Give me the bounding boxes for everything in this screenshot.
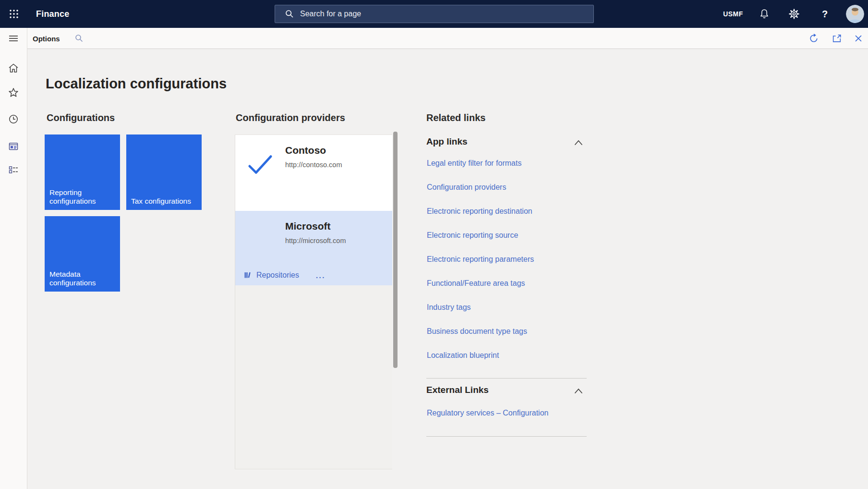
notifications-button[interactable]: [758, 0, 771, 28]
expand-navigation-button[interactable]: [8, 33, 19, 44]
configurations-section-header: Configurations: [47, 112, 115, 123]
provider-name: Contoso: [285, 145, 326, 156]
repositories-link[interactable]: Repositories: [256, 271, 299, 280]
avatar-photo: [846, 5, 864, 23]
refresh-icon: [808, 33, 819, 44]
task-list-icon: [8, 165, 19, 176]
link-er-destination[interactable]: Electronic reporting destination: [427, 207, 532, 219]
tile-label: Reporting configurations: [49, 188, 116, 206]
clock-icon: [8, 113, 19, 125]
options-button[interactable]: Options: [33, 28, 60, 49]
repositories-books-icon: [244, 271, 252, 279]
page-search-input[interactable]: Search for a page: [275, 5, 594, 23]
tile-tax-configurations[interactable]: Tax configurations: [126, 134, 202, 210]
bell-icon: [759, 8, 770, 20]
link-regulatory-services[interactable]: Regulatory services – Configuration: [427, 409, 548, 420]
link-er-source[interactable]: Electronic reporting source: [427, 231, 518, 243]
configuration-providers-list: Contoso http://contoso.com Microsoft htt…: [235, 134, 392, 469]
provider-url: http://microsoft.com: [285, 237, 346, 244]
nav-home-button[interactable]: [8, 62, 19, 74]
left-nav-rail: [0, 28, 27, 489]
close-page-button[interactable]: [853, 33, 864, 44]
provider-card-contoso[interactable]: Contoso http://contoso.com: [235, 135, 392, 211]
search-icon: [285, 9, 294, 19]
checkmark-icon: [248, 154, 273, 175]
user-avatar[interactable]: [846, 0, 864, 28]
waffle-icon: [9, 9, 19, 19]
link-er-parameters[interactable]: Electronic reporting parameters: [427, 255, 534, 267]
star-icon: [8, 87, 19, 98]
toolbar-search-button[interactable]: [74, 34, 84, 43]
tile-reporting-configurations[interactable]: Reporting configurations: [45, 134, 120, 210]
top-app-bar: Finance Search for a page USMF: [0, 0, 868, 28]
more-actions-ellipsis[interactable]: ...: [316, 271, 326, 280]
gear-icon: [788, 8, 800, 20]
page-title: Localization configurations: [46, 76, 227, 92]
nav-recent-button[interactable]: [8, 113, 19, 125]
workspace-form-icon: [8, 141, 19, 152]
open-in-new-window-button[interactable]: [832, 33, 842, 44]
chevron-up-icon[interactable]: [574, 388, 583, 394]
tile-label: Metadata configurations: [49, 270, 116, 288]
external-links-group-header[interactable]: External Links: [426, 385, 489, 395]
link-configuration-providers[interactable]: Configuration providers: [427, 183, 506, 195]
home-icon: [8, 62, 19, 74]
chevron-up-icon[interactable]: [574, 139, 583, 146]
tile-label: Tax configurations: [131, 197, 198, 206]
toolbar-search-icon: [74, 34, 84, 43]
provider-card-microsoft[interactable]: Microsoft http://microsoft.com Repositor…: [235, 211, 392, 285]
search-placeholder: Search for a page: [300, 10, 361, 18]
nav-favorites-button[interactable]: [8, 87, 19, 98]
close-icon: [853, 33, 864, 44]
divider: [426, 378, 587, 379]
company-selector[interactable]: USMF: [719, 0, 747, 28]
link-business-doc-type-tags[interactable]: Business document type tags: [427, 327, 527, 339]
link-localization-blueprint[interactable]: Localization blueprint: [427, 351, 499, 363]
app-title[interactable]: Finance: [36, 0, 69, 28]
nav-task-list-button[interactable]: [8, 165, 19, 176]
tile-metadata-configurations[interactable]: Metadata configurations: [45, 216, 120, 292]
app-launcher-button[interactable]: [0, 0, 27, 28]
related-links-section: Related links App links Legal entity fil…: [426, 112, 587, 444]
nav-workspace-button[interactable]: [8, 141, 19, 152]
settings-button[interactable]: [787, 0, 801, 28]
refresh-button[interactable]: [808, 33, 819, 44]
related-links-header: Related links: [426, 112, 587, 123]
help-button[interactable]: ?: [818, 0, 832, 28]
providers-scrollbar[interactable]: [393, 132, 398, 368]
provider-name: Microsoft: [285, 220, 331, 232]
link-functional-feature-tags[interactable]: Functional/Feature area tags: [427, 279, 525, 291]
hamburger-icon: [8, 33, 19, 44]
link-industry-tags[interactable]: Industry tags: [427, 303, 471, 315]
providers-section-header: Configuration providers: [236, 112, 345, 123]
page-toolbar: Options: [27, 28, 868, 49]
open-in-new-window-icon: [832, 33, 842, 44]
provider-card-actions: Repositories ...: [244, 271, 326, 280]
app-links-group-header[interactable]: App links: [426, 136, 468, 147]
provider-url: http://contoso.com: [285, 161, 342, 169]
divider: [426, 436, 587, 437]
link-legal-entity-filter[interactable]: Legal entity filter for formats: [427, 159, 521, 171]
